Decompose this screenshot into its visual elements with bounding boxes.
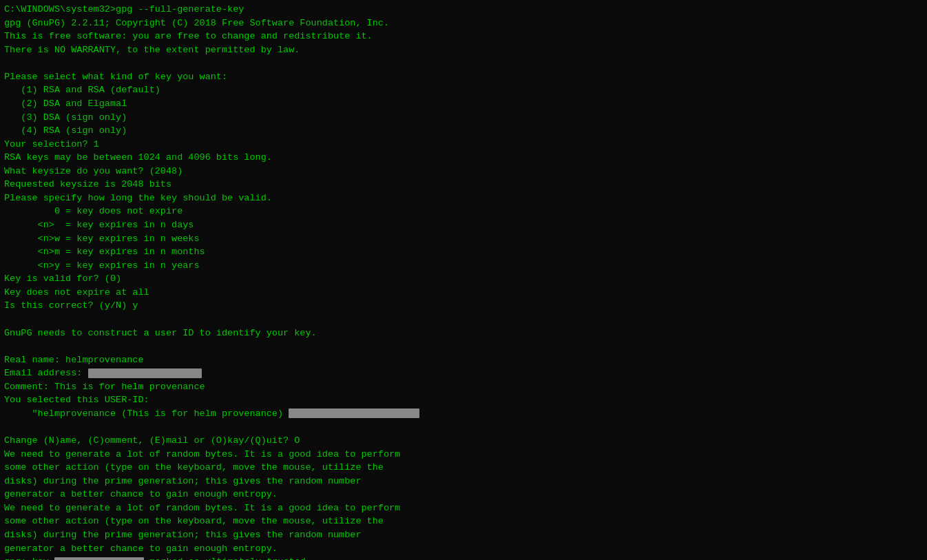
random-bytes-5: We need to generate a lot of random byte…	[4, 501, 923, 515]
random-bytes-4: generator a better chance to gain enough…	[4, 488, 923, 501]
option-rsa-rsa: (1) RSA and RSA (default)	[4, 83, 923, 97]
is-correct: Is this correct? (y/N) y	[4, 299, 923, 313]
blank-2	[4, 313, 923, 326]
random-bytes-6: some other action (type on the keyboard,…	[4, 515, 923, 528]
gnupg-id-line: GnuPG needs to construct a user ID to id…	[4, 326, 923, 340]
option-dsa-elgamal: (2) DSA and Elgamal	[4, 97, 923, 111]
valid-prompt: Please specify how long the key should b…	[4, 191, 923, 205]
email-redacted	[88, 369, 202, 378]
uid-value-line: "helmprovenance (This is for helm proven…	[4, 407, 923, 421]
blank-4	[4, 420, 923, 434]
free-software-line: This is free software: you are free to c…	[4, 30, 923, 43]
random-bytes-7: disks) during the prime generation; this…	[4, 528, 923, 542]
command-line: C:\WINDOWS\system32>gpg --full-generate-…	[4, 3, 923, 17]
version-line: gpg (GnuPG) 2.2.11; Copyright (C) 2018 F…	[4, 17, 923, 30]
random-bytes-1: We need to generate a lot of random byte…	[4, 448, 923, 462]
keysize-range: RSA keys may be between 1024 and 4096 bi…	[4, 151, 923, 165]
uid-email-redacted	[289, 408, 419, 418]
blank-1	[4, 56, 923, 70]
select-key-prompt: Please select what kind of key you want:	[4, 70, 923, 84]
valid-n-days: <n> = key expires in n days	[4, 218, 923, 232]
terminal-window: C:\WINDOWS\system32>gpg --full-generate-…	[4, 3, 923, 560]
warranty-line: There is NO WARRANTY, to the extent perm…	[4, 43, 923, 57]
key-id-redacted	[54, 557, 144, 561]
keysize-result: Requested keysize is 2048 bits	[4, 178, 923, 191]
random-bytes-8: generator a better chance to gain enough…	[4, 542, 923, 556]
valid-n-years: <n>y = key expires in n years	[4, 259, 923, 273]
valid-0: 0 = key does not expire	[4, 205, 923, 218]
random-bytes-2: some other action (type on the keyboard,…	[4, 461, 923, 475]
option-rsa-sign: (4) RSA (sign only)	[4, 124, 923, 138]
selection-result: Your selection? 1	[4, 138, 923, 152]
no-expire: Key does not expire at all	[4, 286, 923, 300]
keysize-prompt: What keysize do you want? (2048)	[4, 165, 923, 178]
random-bytes-3: disks) during the prime generation; this…	[4, 475, 923, 488]
selected-uid-label: You selected this USER-ID:	[4, 393, 923, 407]
comment-line: Comment: This is for helm provenance	[4, 380, 923, 394]
realname-line: Real name: helmprovenance	[4, 353, 923, 367]
option-dsa-sign: (3) DSA (sign only)	[4, 111, 923, 125]
valid-n-weeks: <n>w = key expires in n weeks	[4, 232, 923, 246]
blank-3	[4, 340, 923, 353]
valid-n-months: <n>m = key expires in n months	[4, 245, 923, 259]
key-trusted-line: gpg: key marked as ultimately trusted	[4, 555, 923, 560]
email-line: Email address:	[4, 366, 923, 380]
valid-for: Key is valid for? (0)	[4, 272, 923, 286]
change-prompt: Change (N)ame, (C)omment, (E)mail or (O)…	[4, 434, 923, 448]
